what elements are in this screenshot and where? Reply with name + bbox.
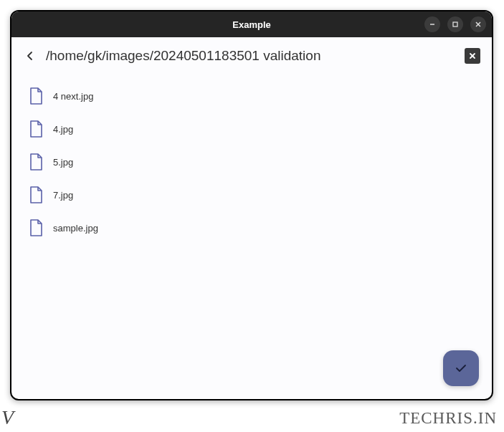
file-icon xyxy=(29,120,43,138)
file-icon xyxy=(29,186,43,203)
titlebar-controls xyxy=(424,16,486,32)
confirm-button[interactable] xyxy=(443,350,479,386)
close-icon xyxy=(475,21,482,28)
path-header: /home/gk/images/20240501183501 validatio… xyxy=(11,37,492,72)
file-icon xyxy=(29,219,43,236)
file-name: 7.jpg xyxy=(53,190,73,201)
list-item[interactable]: 4.jpg xyxy=(23,113,480,145)
file-list: 4 next.jpg 4.jpg 5.jpg 7.jpg xyxy=(11,72,492,399)
file-icon xyxy=(29,87,43,105)
titlebar: Example xyxy=(11,11,492,37)
file-name: 4 next.jpg xyxy=(53,91,93,102)
file-name: 5.jpg xyxy=(53,157,73,168)
window-title: Example xyxy=(232,19,270,30)
chevron-left-icon xyxy=(25,51,35,61)
file-icon xyxy=(29,153,43,171)
list-item[interactable]: 5.jpg xyxy=(23,146,480,178)
list-item[interactable]: 4 next.jpg xyxy=(23,80,480,112)
svg-rect-1 xyxy=(453,22,457,27)
x-icon xyxy=(468,52,477,60)
watermark-text: TECHRIS.IN xyxy=(399,409,497,428)
close-button[interactable] xyxy=(470,16,486,32)
back-button[interactable] xyxy=(22,47,39,64)
clear-path-button[interactable] xyxy=(465,48,480,64)
list-item[interactable]: 7.jpg xyxy=(23,179,480,211)
list-item[interactable]: sample.jpg xyxy=(23,212,480,244)
check-icon xyxy=(453,360,469,376)
minimize-icon xyxy=(429,21,436,28)
file-name: 4.jpg xyxy=(53,124,73,135)
watermark-logo: V xyxy=(1,406,14,429)
minimize-button[interactable] xyxy=(424,16,440,32)
maximize-icon xyxy=(452,21,459,28)
app-window: Example xyxy=(10,10,493,400)
maximize-button[interactable] xyxy=(447,16,463,32)
breadcrumb-path[interactable]: /home/gk/images/20240501183501 validatio… xyxy=(46,48,457,64)
file-name: sample.jpg xyxy=(53,223,98,234)
